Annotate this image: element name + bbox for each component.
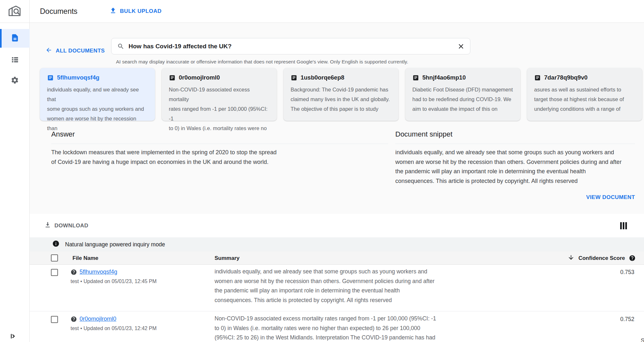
- page-title: Documents: [40, 7, 77, 16]
- table-header: File Name Summary Confidence Score: [30, 252, 644, 265]
- result-card[interactable]: 0r0omojlroml0 Non-COVID-19 associated ex…: [162, 68, 277, 121]
- table-row: 0r0omojlroml0 test • Updated on 05/01/23…: [30, 312, 644, 342]
- file-name-cell: 5flhumvoqsf4g test • Updated on 05/01/23…: [71, 269, 209, 284]
- sidebar: [0, 0, 30, 342]
- download-icon: [44, 221, 51, 230]
- article-icon: [412, 74, 419, 81]
- confidence-score-label: Confidence Score: [578, 255, 625, 261]
- list-icon: [11, 55, 19, 65]
- ai-disclaimer: AI search may display inaccurate or offe…: [116, 59, 408, 65]
- banner-text: Natural language powered inquiry mode: [65, 241, 165, 248]
- document-snippet-title: Document snippet: [395, 130, 635, 144]
- summary-cell: individuals equally, and we already see …: [215, 267, 482, 305]
- summary-cell: Non-COVID-19 associated excess mortality…: [215, 314, 482, 342]
- document-snippet-text: individuals equally, and we already see …: [395, 144, 635, 186]
- confidence-score-value: 0.752: [620, 316, 634, 323]
- header-divider: [0, 23, 644, 23]
- help-icon[interactable]: [629, 255, 636, 261]
- card-snippet: asures as well as sustained efforts to t…: [534, 85, 635, 114]
- card-doc-id: 0r0omojlroml0: [179, 74, 220, 81]
- card-snippet: Non-COVID-19 associated excess mortality…: [169, 85, 270, 133]
- row-checkbox[interactable]: [51, 316, 58, 323]
- file-meta: test • Updated on 05/01/23, 12:42 PM: [71, 326, 209, 331]
- row-checkbox[interactable]: [51, 269, 58, 276]
- answer-snippet-section: Answer The lockdown measures that were i…: [51, 130, 635, 201]
- column-header-file-name: File Name: [72, 252, 98, 265]
- sort-descending-icon[interactable]: [568, 254, 574, 262]
- page-header: Documents BULK UPLOAD: [30, 0, 644, 23]
- search-icon: [117, 43, 124, 50]
- card-doc-id: 5flhumvoqsf4g: [57, 74, 100, 81]
- search-box: [111, 38, 470, 54]
- result-card[interactable]: 5flhumvoqsf4g individuals equally, and w…: [40, 68, 155, 121]
- all-documents-back-link[interactable]: ALL DOCUMENTS: [45, 47, 105, 55]
- show-debug-link[interactable]: Show debug: [641, 337, 644, 342]
- search-input[interactable]: [129, 43, 457, 50]
- view-document-link[interactable]: VIEW DOCUMENT: [395, 194, 635, 201]
- active-indicator: [0, 29, 2, 48]
- result-card[interactable]: 5hnjf4ao6mp10 Diabetic Foot Disease (DFD…: [405, 68, 520, 121]
- card-doc-id: 1usb0orqe6ep8: [301, 74, 344, 81]
- inquiry-mode-banner: Natural language powered inquiry mode: [30, 237, 644, 252]
- help-icon[interactable]: [71, 269, 77, 275]
- file-meta: test • Updated on 05/01/23, 12:45 PM: [71, 279, 209, 284]
- result-card[interactable]: 1usb0orqe6ep8 Background: The Covid-19 p…: [284, 68, 399, 121]
- search-panel: ALL DOCUMENTS AI search may display inac…: [30, 23, 644, 214]
- card-doc-id: 5hnjf4ao6mp10: [422, 74, 466, 81]
- file-name-cell: 0r0omojlroml0 test • Updated on 05/01/23…: [71, 316, 209, 331]
- file-name-link[interactable]: 0r0omojlroml0: [80, 316, 116, 322]
- main-content: Documents BULK UPLOAD ALL DOCUMENTS: [30, 0, 644, 342]
- view-columns-icon[interactable]: [620, 222, 627, 229]
- sidebar-item-documents[interactable]: [0, 29, 30, 48]
- confidence-score-value: 0.753: [620, 269, 634, 276]
- answer-panel: Answer The lockdown measures that were i…: [51, 130, 388, 201]
- table-row: 5flhumvoqsf4g test • Updated on 05/01/23…: [30, 265, 644, 311]
- select-all-checkbox[interactable]: [51, 254, 58, 261]
- info-icon: [52, 240, 60, 249]
- clear-search-icon[interactable]: [457, 43, 465, 50]
- help-icon[interactable]: [71, 316, 77, 322]
- column-header-summary: Summary: [215, 252, 239, 265]
- sidebar-item-list[interactable]: [0, 51, 30, 70]
- result-cards: 5flhumvoqsf4g individuals equally, and w…: [40, 68, 642, 121]
- doc-warehouse-logo-icon: [7, 4, 22, 20]
- card-snippet: Background: The Covid-19 pandemic has cl…: [291, 85, 391, 114]
- all-documents-label: ALL DOCUMENTS: [56, 48, 105, 54]
- card-doc-id: 7dar78q9bq9v0: [544, 74, 588, 81]
- card-snippet: individuals equally, and we already see …: [47, 85, 148, 133]
- gear-icon: [11, 76, 19, 86]
- sidebar-item-settings[interactable]: [0, 71, 30, 90]
- bulk-upload-button[interactable]: BULK UPLOAD: [110, 7, 161, 16]
- bulk-upload-label: BULK UPLOAD: [120, 8, 161, 14]
- expand-panel-icon[interactable]: [9, 332, 17, 341]
- result-card[interactable]: 7dar78q9bq9v0 asures as well as sustaine…: [527, 68, 642, 121]
- document-snippet-panel: Document snippet individuals equally, an…: [395, 130, 635, 201]
- download-label: DOWNLOAD: [54, 223, 88, 229]
- file-name-link[interactable]: 5flhumvoqsf4g: [80, 269, 117, 275]
- article-icon: [47, 74, 54, 81]
- card-snippet: Diabetic Foot Disease (DFD) management h…: [412, 85, 513, 114]
- article-icon: [291, 74, 297, 81]
- document-icon: [11, 33, 19, 43]
- answer-text: The lockdown measures that were implemen…: [51, 144, 388, 167]
- upload-icon: [110, 7, 117, 16]
- article-icon: [169, 74, 176, 81]
- back-arrow-icon: [45, 47, 52, 55]
- article-icon: [534, 74, 541, 81]
- download-button[interactable]: DOWNLOAD: [44, 221, 88, 230]
- answer-title: Answer: [51, 130, 388, 144]
- column-header-confidence: Confidence Score: [568, 252, 636, 265]
